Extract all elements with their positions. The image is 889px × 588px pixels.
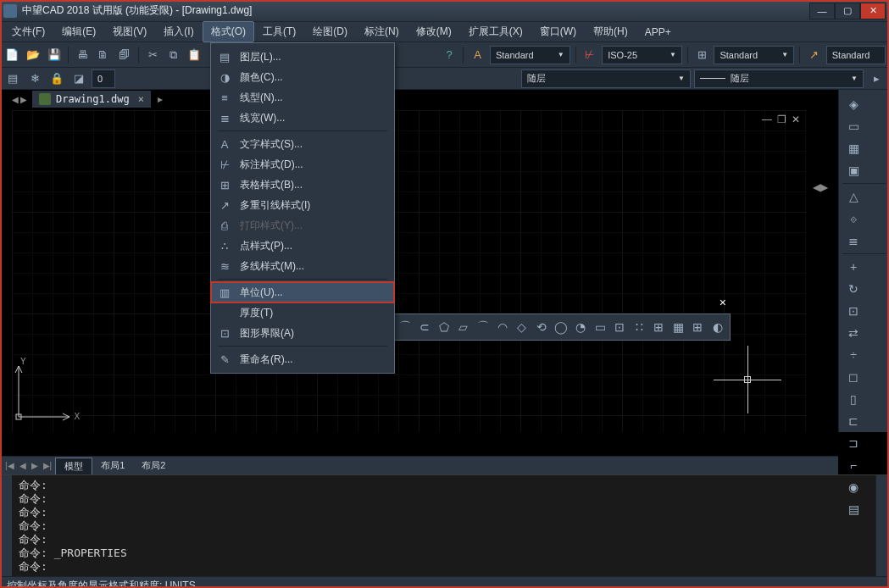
menu-帮助h[interactable]: 帮助(H) bbox=[585, 21, 636, 42]
draw-float-toolbar[interactable]: × ⌒⊂⬠▱⌒◠◇⟲◯◔▭⊡∷⊞▦⊞◐ bbox=[392, 313, 731, 341]
palette-tool-10[interactable]: ⇄ bbox=[842, 322, 864, 344]
palette-tool-16[interactable]: ⌐ bbox=[842, 454, 864, 476]
copy-icon[interactable]: ⧉ bbox=[164, 46, 182, 64]
menu-编辑e[interactable]: 编辑(E) bbox=[53, 21, 104, 42]
print-icon[interactable]: 🖶 bbox=[74, 46, 92, 64]
draw-tool-0[interactable]: ⌒ bbox=[397, 319, 412, 336]
drawing-canvas[interactable]: — ❐ ✕ Y X bbox=[12, 110, 807, 432]
palette-tool-13[interactable]: ▯ bbox=[842, 388, 864, 410]
draw-tool-1[interactable]: ⊂ bbox=[417, 319, 431, 336]
menu-绘图d[interactable]: 绘图(D) bbox=[304, 21, 356, 42]
new-icon[interactable]: 📄 bbox=[3, 46, 21, 64]
layout-prev-icon[interactable]: ◀ bbox=[18, 461, 28, 470]
layout-last-icon[interactable]: ▶| bbox=[42, 461, 54, 470]
layout-first-icon[interactable]: |◀ bbox=[3, 461, 16, 470]
draw-tool-5[interactable]: ◠ bbox=[495, 319, 509, 336]
draw-tool-13[interactable]: ⊞ bbox=[652, 319, 666, 336]
close-button[interactable]: ✕ bbox=[860, 3, 886, 19]
bylayer-a-combo[interactable]: 随层▼ bbox=[521, 69, 691, 88]
tab-nav-first-icon[interactable]: ◀ bbox=[12, 95, 19, 104]
publish-icon[interactable]: 🗐 bbox=[115, 46, 133, 64]
cut-icon[interactable]: ✂ bbox=[144, 46, 162, 64]
menu-item-表格样式B[interactable]: ⊞表格样式(B)... bbox=[211, 175, 394, 195]
layer-freeze-icon[interactable]: ❄ bbox=[25, 69, 44, 88]
minimize-button[interactable]: — bbox=[809, 3, 835, 19]
draw-tool-7[interactable]: ⟲ bbox=[534, 319, 548, 336]
palette-tool-6[interactable]: ≣ bbox=[842, 230, 864, 252]
panel-expand-left-icon[interactable]: ◀ bbox=[813, 181, 820, 193]
palette-tool-11[interactable]: ÷ bbox=[842, 344, 864, 366]
palette-tool-8[interactable]: ↻ bbox=[842, 278, 864, 300]
view-restore-icon[interactable]: ❐ bbox=[777, 114, 786, 125]
menu-工具t[interactable]: 工具(T) bbox=[254, 21, 304, 42]
draw-tool-2[interactable]: ⬠ bbox=[436, 319, 451, 336]
palette-tool-15[interactable]: ⊐ bbox=[842, 432, 864, 454]
draw-tool-16[interactable]: ◐ bbox=[710, 319, 725, 336]
draw-tool-4[interactable]: ⌒ bbox=[475, 319, 490, 336]
menu-item-重命名R[interactable]: ✎重命名(R)... bbox=[211, 349, 394, 369]
document-tab[interactable]: Drawing1.dwg × bbox=[32, 91, 151, 108]
menu-item-标注样式D[interactable]: ⊬标注样式(D)... bbox=[211, 154, 394, 175]
palette-tool-17[interactable]: ◉ bbox=[842, 476, 864, 498]
tab-close-icon[interactable]: × bbox=[138, 93, 144, 105]
dim-style-combo[interactable]: ISO-25▼ bbox=[602, 46, 682, 64]
layer-props-icon[interactable]: ▤ bbox=[3, 69, 22, 88]
mlstyle-icon[interactable]: ↗ bbox=[805, 46, 823, 64]
draw-tool-15[interactable]: ⊞ bbox=[691, 319, 705, 336]
layout-tab-布局2[interactable]: 布局2 bbox=[133, 458, 174, 474]
palette-tool-14[interactable]: ⊏ bbox=[842, 410, 864, 432]
tab-nav-prev-icon[interactable]: ▶ bbox=[20, 95, 27, 104]
maximize-button[interactable]: ▢ bbox=[835, 3, 860, 19]
palette-tool-2[interactable]: ▦ bbox=[842, 137, 864, 159]
palette-tool-1[interactable]: ▭ bbox=[842, 115, 864, 137]
menu-item-线型N[interactable]: ≡线型(N)... bbox=[211, 87, 394, 108]
open-icon[interactable]: 📂 bbox=[25, 46, 42, 64]
menu-item-图形界限A[interactable]: ⊡图形界限(A) bbox=[211, 323, 394, 343]
menu-item-颜色C[interactable]: ◑颜色(C)... bbox=[211, 67, 394, 87]
help-icon[interactable]: ? bbox=[441, 46, 458, 64]
draw-tool-3[interactable]: ▱ bbox=[456, 319, 470, 336]
tab-add-icon[interactable]: ▸ bbox=[158, 93, 163, 105]
dimstyle-icon[interactable]: ⊬ bbox=[581, 46, 599, 64]
view-close-icon[interactable]: ✕ bbox=[792, 114, 800, 125]
layout-next-icon[interactable]: ▶ bbox=[30, 461, 40, 470]
draw-tool-6[interactable]: ◇ bbox=[514, 319, 529, 336]
command-text[interactable]: 命令: 命令: 命令: 命令: 命令: 命令: _PROPERTIES 命令: bbox=[12, 475, 875, 576]
layout-tab-模型[interactable]: 模型 bbox=[55, 458, 92, 474]
palette-tool-18[interactable]: ▤ bbox=[842, 498, 864, 520]
panel-expand-right-icon[interactable]: ▶ bbox=[820, 181, 828, 193]
menu-item-多线样式M[interactable]: ≋多线样式(M)... bbox=[211, 256, 394, 276]
tablestyle-icon[interactable]: ⊞ bbox=[693, 46, 711, 64]
menu-修改m[interactable]: 修改(M) bbox=[408, 21, 460, 42]
palette-tool-5[interactable]: ⟐ bbox=[842, 208, 864, 230]
palette-tool-3[interactable]: ▣ bbox=[842, 159, 864, 181]
menu-扩展工具x[interactable]: 扩展工具(X) bbox=[460, 21, 531, 42]
layout-tab-布局1[interactable]: 布局1 bbox=[92, 458, 133, 474]
layer-color-icon[interactable]: ◪ bbox=[69, 69, 88, 88]
palette-tool-7[interactable]: + bbox=[842, 256, 864, 278]
menu-item-厚度T[interactable]: 厚度(T) bbox=[211, 302, 394, 323]
preview-icon[interactable]: 🗎 bbox=[95, 46, 113, 64]
menu-item-单位U[interactable]: ▥单位(U)... bbox=[211, 282, 394, 302]
menu-窗口w[interactable]: 窗口(W) bbox=[531, 21, 585, 42]
paste-icon[interactable]: 📋 bbox=[186, 46, 203, 64]
draw-tool-8[interactable]: ◯ bbox=[554, 319, 569, 336]
bylayer-b-combo[interactable]: 随层▼ bbox=[694, 69, 864, 88]
text-style-combo[interactable]: Standard▼ bbox=[490, 46, 570, 64]
menu-插入i[interactable]: 插入(I) bbox=[155, 21, 202, 42]
float-close-icon[interactable]: × bbox=[720, 296, 726, 309]
menu-item-图层L[interactable]: ▤图层(L)... bbox=[211, 47, 394, 67]
palette-tool-12[interactable]: ◻ bbox=[842, 366, 864, 388]
cmd-scrollbar[interactable] bbox=[875, 475, 889, 576]
menu-视图v[interactable]: 视图(V) bbox=[104, 21, 155, 42]
layer-lock-icon[interactable]: 🔒 bbox=[47, 69, 66, 88]
menu-item-文字样式S[interactable]: A文字样式(S)... bbox=[211, 134, 394, 154]
palette-tool-9[interactable]: ⊡ bbox=[842, 300, 864, 322]
textstyle-icon[interactable]: A bbox=[469, 46, 486, 64]
draw-tool-11[interactable]: ⊡ bbox=[613, 319, 627, 336]
menu-item-点样式P[interactable]: ∴点样式(P)... bbox=[211, 236, 394, 256]
bylayer-opts-icon[interactable]: ▸ bbox=[867, 69, 886, 88]
draw-tool-10[interactable]: ▭ bbox=[593, 319, 608, 336]
menu-格式o[interactable]: 格式(O) bbox=[203, 21, 254, 42]
menu-标注n[interactable]: 标注(N) bbox=[356, 21, 408, 42]
